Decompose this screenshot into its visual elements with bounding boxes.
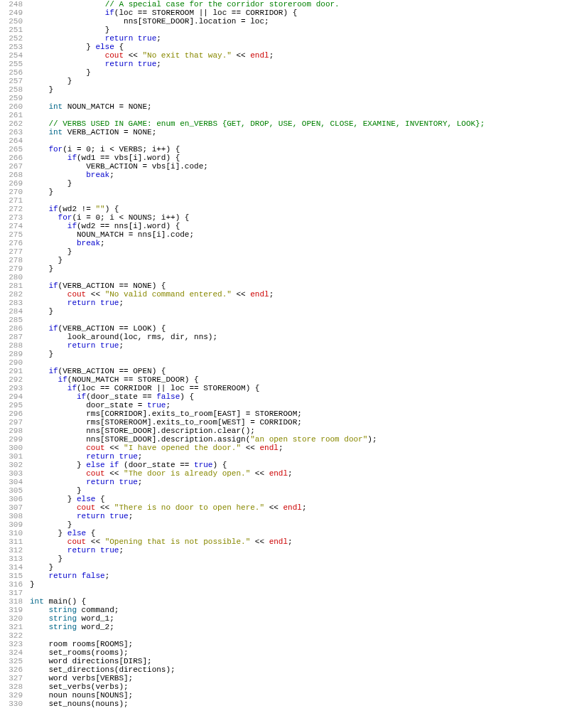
code-line[interactable] [30,111,562,119]
code-line[interactable]: return true; [30,341,562,350]
code-line[interactable]: } [30,486,562,495]
code-line[interactable]: nns[STORE_DOOR].description.assign("an o… [30,435,562,444]
code-line[interactable]: for(i = 0; i < VERBS; i++) { [30,145,562,154]
code-line[interactable]: look_around(loc, rms, dir, nns); [30,333,562,341]
code-line[interactable]: } [30,179,562,188]
code-line[interactable]: } else { [30,529,562,537]
line-number: 274 [0,222,23,230]
code-line[interactable]: nns[STORE_DOOR].description.clear(); [30,427,562,435]
code-line[interactable] [30,94,562,102]
code-line[interactable]: return true; [30,546,562,555]
code-line[interactable]: } [30,563,562,572]
code-line[interactable]: } [30,85,562,94]
code-line[interactable]: word verbs[VERBS]; [30,674,562,682]
code-line[interactable]: if(loc == CORRIDOR || loc == STOREROOM) … [30,384,562,392]
code-line[interactable]: } [30,68,562,77]
code-line[interactable]: if(wd1 == vbs[i].word) { [30,154,562,162]
code-line[interactable]: if(door_state == false) { [30,392,562,401]
code-line[interactable] [30,136,562,145]
line-number: 308 [0,512,23,520]
code-line[interactable]: string word_2; [30,623,562,631]
code-line[interactable]: if(VERB_ACTION == LOOK) { [30,324,562,333]
line-number: 289 [0,350,23,358]
code-line[interactable]: cout << "No valid command entered." << e… [30,290,562,299]
line-number: 304 [0,478,23,486]
code-line[interactable]: } else { [30,495,562,503]
code-line[interactable]: cout << "No exit that way." << endl; [30,51,562,60]
code-line[interactable]: } [30,188,562,196]
line-number: 327 [0,674,23,682]
code-line[interactable]: cout << "Opening that is not possible." … [30,537,562,546]
code-line[interactable]: return false; [30,572,562,580]
line-number: 280 [0,273,23,282]
code-line[interactable]: door_state = true; [30,401,562,410]
code-line[interactable]: word directions[DIRS]; [30,657,562,665]
code-line[interactable]: break; [30,239,562,247]
code-line[interactable]: rms[STOREROOM].exits_to_room[WEST] = COR… [30,418,562,427]
code-line[interactable]: nns[STORE_DOOR].location = loc; [30,17,562,26]
line-number: 291 [0,367,23,375]
code-line[interactable]: return true; [30,60,562,68]
code-line[interactable]: set_rooms(rooms); [30,648,562,657]
code-line[interactable]: return true; [30,452,562,461]
code-line[interactable]: NOUN_MATCH = nns[i].code; [30,230,562,239]
line-number: 287 [0,333,23,341]
code-line[interactable]: set_verbs(verbs); [30,682,562,691]
code-line[interactable]: int main() { [30,597,562,606]
line-number: 303 [0,469,23,478]
code-line[interactable] [30,358,562,367]
code-line[interactable]: } else { [30,43,562,51]
code-line[interactable]: } [30,580,562,589]
code-line[interactable] [30,631,562,640]
code-line[interactable]: if(NOUN_MATCH == STORE_DOOR) { [30,375,562,384]
code-line[interactable]: if(loc == STOREROOM || loc == CORRIDOR) … [30,9,562,17]
code-line[interactable]: } [30,264,562,273]
code-line[interactable]: int VERB_ACTION = NONE; [30,128,562,136]
code-line[interactable]: } [30,247,562,256]
code-line[interactable]: VERB_ACTION = vbs[i].code; [30,162,562,171]
code-line[interactable]: cout << "The door is already open." << e… [30,469,562,478]
code-line[interactable]: return true; [30,478,562,486]
code-line[interactable]: return true; [30,299,562,307]
code-line[interactable] [30,273,562,282]
code-line[interactable]: if(wd2 != "") { [30,205,562,213]
code-line[interactable]: if(wd2 == nns[i].word) { [30,222,562,230]
code-line[interactable] [30,589,562,597]
code-line[interactable]: // VERBS USED IN GAME: enum en_VERBS {GE… [30,119,562,128]
code-line[interactable] [30,196,562,205]
code-line[interactable]: // A special case for the corridor store… [30,0,562,9]
code-line[interactable]: set_directions(directions); [30,665,562,674]
code-line[interactable]: } [30,77,562,85]
code-line[interactable]: room rooms[ROOMS]; [30,640,562,648]
code-line[interactable]: } [30,307,562,316]
line-number: 310 [0,529,23,537]
code-line[interactable]: for(i = 0; i < NOUNS; i++) { [30,213,562,222]
code-line[interactable]: noun nouns[NOUNS]; [30,691,562,700]
line-number: 262 [0,119,23,128]
code-line[interactable]: string word_1; [30,614,562,623]
code-line[interactable]: if(VERB_ACTION == OPEN) { [30,367,562,375]
code-line[interactable]: int NOUN_MATCH = NONE; [30,102,562,111]
code-line[interactable]: } [30,520,562,529]
code-line[interactable]: string command; [30,606,562,614]
code-line[interactable]: } else if (door_state == true) { [30,461,562,469]
code-line[interactable]: cout << "I have opened the door." << end… [30,444,562,452]
code-line[interactable]: } [30,256,562,264]
code-line[interactable]: cout << "There is no door to open here."… [30,503,562,512]
line-number: 296 [0,410,23,418]
code-line[interactable]: if(VERB_ACTION == NONE) { [30,282,562,290]
code-line[interactable]: } [30,26,562,34]
line-number: 275 [0,230,23,239]
code-line[interactable]: break; [30,171,562,179]
code-line[interactable] [30,316,562,324]
code-line[interactable]: } [30,350,562,358]
line-number: 309 [0,520,23,529]
line-number: 290 [0,358,23,367]
code-line[interactable]: set_nouns(nouns); [30,700,562,708]
code-area[interactable]: // A special case for the corridor store… [30,0,562,708]
line-number: 269 [0,179,23,188]
code-line[interactable]: return true; [30,512,562,520]
code-line[interactable]: return true; [30,34,562,43]
code-line[interactable]: rms[CORRIDOR].exits_to_room[EAST] = STOR… [30,410,562,418]
code-line[interactable]: } [30,555,562,563]
